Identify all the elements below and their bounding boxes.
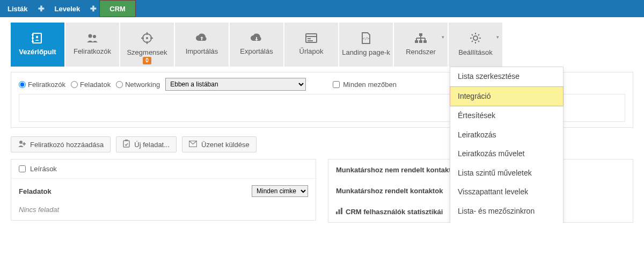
- radio-subscribers[interactable]: [19, 81, 26, 88]
- tab-forms-label: Űrlapok: [299, 48, 324, 55]
- topbar-mails[interactable]: Levelek: [47, 0, 88, 17]
- tab-import-label: Importálás: [186, 48, 218, 55]
- dropdown-item-6[interactable]: Visszapattant levelek: [450, 183, 563, 202]
- new-task-label: Új feladat...: [134, 141, 170, 149]
- dropdown-item-0[interactable]: Lista szerkesztése: [450, 67, 563, 86]
- cloud-download-icon: [250, 33, 263, 45]
- svg-line-32: [472, 34, 473, 35]
- tab-settings-label: Beállítások: [458, 49, 493, 56]
- add-subscriber-button[interactable]: Feliratkozó hozzáadása: [11, 136, 111, 152]
- svg-line-33: [478, 41, 479, 42]
- clipboard-check-icon: [123, 140, 130, 149]
- tab-dashboard-label: Vezérlőpult: [19, 48, 56, 56]
- gear-icon: [470, 32, 481, 46]
- cloud-upload-icon: [195, 33, 208, 45]
- radio-networking[interactable]: [116, 81, 123, 88]
- topbar-crm[interactable]: CRM: [99, 0, 136, 17]
- send-message-label: Üzenet küldése: [201, 141, 250, 149]
- sitemap-icon: [414, 33, 427, 45]
- svg-rect-1: [32, 34, 34, 35]
- tab-subscribers-label: Feliratkozók: [74, 48, 111, 55]
- tab-import[interactable]: Importálás: [175, 23, 229, 67]
- tab-segments-badge: 0: [143, 57, 151, 64]
- svg-rect-2: [32, 38, 34, 39]
- add-subscriber-label: Feliratkozó hozzáadása: [30, 141, 104, 149]
- tab-export-label: Exportálás: [240, 48, 273, 55]
- settings-dropdown: Lista szerkesztéseIntegrációÉrtesítésekL…: [450, 67, 564, 223]
- topbar: Listák ✚ Levelek ✚ CRM: [0, 0, 644, 17]
- descriptions-checkbox[interactable]: [19, 165, 26, 172]
- target-icon: [141, 32, 153, 46]
- chevron-down-icon: ▾: [496, 34, 499, 40]
- radio-subscribers-label: Feliratkozók: [28, 81, 65, 89]
- svg-rect-3: [32, 41, 34, 42]
- svg-rect-19: [415, 40, 418, 43]
- address-book-icon: [32, 33, 43, 45]
- tab-system-label: Rendszer: [406, 48, 436, 56]
- tab-segments-label: Szegmensek: [127, 49, 167, 56]
- svg-point-27: [473, 36, 478, 40]
- tab-segments[interactable]: Szegmensek 0: [120, 23, 174, 67]
- dropdown-item-1[interactable]: Integráció: [450, 86, 564, 107]
- radio-tasks[interactable]: [71, 81, 78, 88]
- svg-text:</>: </>: [363, 37, 370, 41]
- descriptions-label: Leírások: [30, 165, 57, 173]
- svg-point-5: [89, 34, 92, 38]
- dropdown-item-5[interactable]: Lista szintű műveletek: [450, 164, 563, 183]
- dropdown-item-7[interactable]: Lista- és mezőszinkron: [450, 202, 563, 221]
- tasks-header: Feladatok: [19, 187, 52, 195]
- svg-rect-42: [336, 212, 338, 214]
- tab-dashboard[interactable]: Vezérlőpult: [11, 23, 64, 67]
- dropdown-item-4[interactable]: Leiratkozás művelet: [450, 144, 563, 164]
- no-tasks-text: Nincs feladat: [19, 206, 59, 214]
- svg-point-8: [146, 37, 148, 39]
- svg-rect-15: [308, 38, 311, 39]
- allfields-checkbox[interactable]: [333, 81, 340, 88]
- svg-point-4: [36, 36, 38, 38]
- envelope-icon: [189, 140, 197, 149]
- topbar-mails-add[interactable]: ✚: [87, 0, 99, 17]
- tasks-card: Leírások Feladatok Minden cimke Nincs fe…: [11, 159, 316, 221]
- chevron-down-icon: ▾: [442, 34, 444, 40]
- person-plus-icon: [18, 140, 26, 149]
- dropdown-item-2[interactable]: Értesítések: [450, 106, 563, 126]
- radio-networking-label: Networking: [125, 81, 160, 89]
- bar-chart-icon: [336, 208, 342, 216]
- send-message-button[interactable]: Üzenet küldése: [182, 136, 257, 152]
- dropdown-item-3[interactable]: Leiratkozás: [450, 126, 563, 145]
- svg-rect-40: [125, 140, 128, 141]
- svg-line-34: [472, 41, 473, 42]
- svg-point-6: [93, 35, 96, 38]
- svg-line-35: [478, 34, 479, 35]
- main-area: Feliratkozók Feladatok Networking Ebben …: [0, 67, 644, 223]
- svg-rect-43: [339, 209, 340, 214]
- tag-select[interactable]: Minden cimke: [252, 185, 308, 197]
- svg-rect-20: [419, 40, 422, 43]
- dropdown-item-8[interactable]: Lista karbantartása: [450, 221, 563, 223]
- page-icon: </>: [361, 32, 371, 46]
- tab-subscribers[interactable]: Feliratkozók: [65, 23, 119, 67]
- radio-tasks-label: Feladatok: [80, 81, 111, 89]
- tab-landing[interactable]: </> Landing page-k: [339, 23, 393, 67]
- topbar-lists-add[interactable]: ✚: [35, 0, 47, 17]
- svg-rect-21: [423, 40, 427, 43]
- tab-settings[interactable]: Beállítások ▾: [449, 23, 502, 67]
- svg-rect-39: [123, 141, 129, 147]
- new-task-button[interactable]: Új feladat...: [116, 136, 177, 152]
- svg-rect-18: [419, 33, 422, 36]
- tab-system[interactable]: Rendszer ▾: [394, 23, 448, 67]
- tab-export[interactable]: Exportálás: [230, 23, 283, 67]
- form-icon: [305, 33, 317, 45]
- scope-select[interactable]: Ebben a listában: [165, 78, 306, 91]
- tab-landing-label: Landing page-k: [342, 49, 390, 56]
- tab-forms[interactable]: Űrlapok: [284, 23, 338, 67]
- topbar-lists[interactable]: Listák: [0, 0, 35, 17]
- svg-rect-44: [341, 208, 342, 214]
- svg-rect-16: [308, 40, 313, 41]
- people-icon: [86, 33, 99, 45]
- svg-point-36: [19, 141, 23, 144]
- allfields-label: Minden mezőben: [343, 81, 397, 89]
- nav-row: Vezérlőpult Feliratkozók Szegmensek 0 Im…: [0, 17, 644, 67]
